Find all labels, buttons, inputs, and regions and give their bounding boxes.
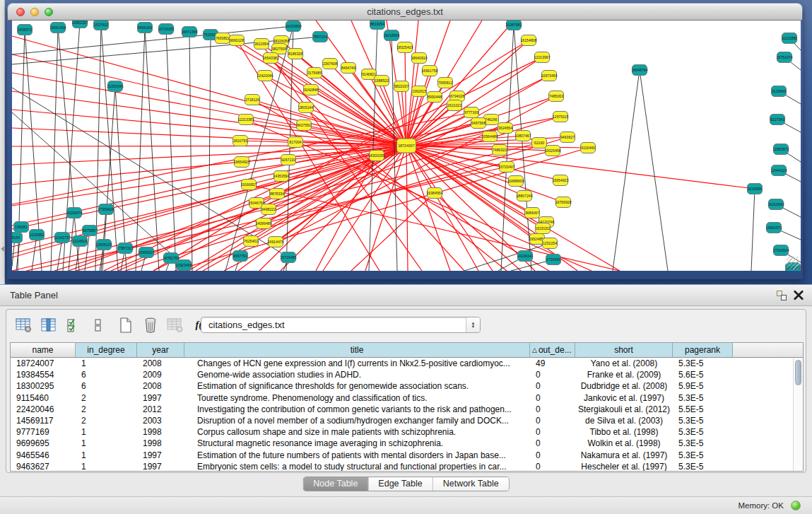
graph-node[interactable]: 7857224 [313, 32, 328, 42]
cell-title[interactable]: Estimation of the future numbers of pati… [184, 450, 530, 461]
graph-node[interactable]: 7663822 [216, 33, 230, 44]
graph-node[interactable]: 19654925 [233, 157, 249, 168]
graph-node[interactable]: 21053346 [107, 81, 123, 92]
cell-in_degree[interactable]: 2 [76, 404, 137, 415]
cell-name[interactable]: 14569117 [11, 415, 76, 426]
table-row[interactable]: 1872400712008Changes of HCN gene express… [11, 358, 793, 369]
cell-short[interactable]: Wolkin et al. (1998) [575, 438, 673, 449]
graph-node[interactable]: 14353594 [273, 171, 289, 182]
graph-node[interactable]: 7625402 [244, 236, 259, 247]
graph-node[interactable]: 15992971 [765, 223, 782, 233]
graph-node[interactable]: 1621022 [447, 100, 462, 111]
graph-node[interactable]: 5822037 [394, 81, 409, 92]
graph-node[interactable]: 16914479 [267, 237, 283, 247]
cell-year[interactable]: 1998 [137, 426, 184, 438]
cell-title[interactable]: Corpus callosum shape and size in male p… [184, 426, 530, 438]
cell-name[interactable]: 9115460 [11, 392, 76, 404]
graph-node[interactable]: 62160 [532, 138, 547, 148]
cell-name[interactable]: 9699695 [11, 438, 76, 449]
graph-node[interactable]: 12505125 [95, 240, 112, 250]
graph-node[interactable]: 16210643 [767, 199, 784, 210]
cell-in_degree[interactable]: 1 [76, 450, 137, 461]
new-table-button[interactable] [115, 315, 136, 335]
cell-pagerank[interactable]: 5.9E-5 [673, 380, 733, 392]
cell-short[interactable]: de Silva et al. (2003) [575, 415, 673, 426]
graph-node[interactable]: 11121882 [782, 33, 797, 44]
graph-node[interactable]: 20564486 [481, 132, 498, 142]
graph-node[interactable]: 19218596 [383, 30, 399, 41]
cell-pagerank[interactable]: 5.6E-5 [673, 369, 733, 380]
graph-node[interactable]: 1215682 [30, 230, 45, 240]
cell-pagerank[interactable]: 5.3E-5 [673, 426, 733, 438]
graph-node[interactable]: 12213967 [534, 52, 550, 63]
cell-short[interactable]: Yano et al. (2008) [575, 358, 673, 369]
graph-node[interactable]: 1527602 [94, 21, 109, 30]
collapse-panel-arrow-icon[interactable] [1, 246, 4, 252]
table-row[interactable]: 2242004622012Investigating the contribut… [11, 404, 793, 415]
cell-short[interactable]: Franke et al. (2009) [575, 369, 673, 380]
graph-node[interactable]: 18807249 [516, 191, 532, 201]
table-row[interactable]: 1830029562008Estimation of significance … [11, 380, 793, 392]
graph-node[interactable]: 20691406 [49, 23, 66, 33]
graph-node[interactable]: 10958107 [138, 247, 154, 258]
cell-year[interactable]: 2009 [137, 369, 184, 380]
cell-in_degree[interactable]: 1 [76, 358, 137, 369]
graph-node[interactable]: 1214519 [73, 236, 88, 247]
cell-title[interactable]: Disruption of a novel member of a sodium… [184, 415, 530, 426]
column-header-year[interactable]: year [137, 343, 184, 357]
graph-node[interactable]: 19384554 [426, 188, 442, 199]
cell-in_degree[interactable]: 1 [76, 426, 137, 438]
column-header-name[interactable]: name [11, 343, 76, 357]
cell-in_degree[interactable]: 2 [76, 415, 137, 426]
table-vertical-scrollbar[interactable] [793, 358, 803, 471]
cell-year[interactable]: 2008 [137, 358, 184, 369]
cell-name[interactable]: 9777169 [11, 426, 76, 438]
graph-node[interactable]: 9498222 [261, 204, 276, 215]
cell-pagerank[interactable]: 5.3E-5 [673, 392, 733, 404]
cell-in_degree[interactable]: 1 [76, 461, 137, 471]
graph-node[interactable]: 9242848 [304, 85, 319, 95]
tab-network-table[interactable]: Network Table [433, 477, 509, 491]
graph-node[interactable]: 9777169 [464, 107, 479, 118]
graph-node[interactable]: 817004 [288, 137, 303, 148]
cell-title[interactable]: Estimation of significance thresholds fo… [184, 380, 530, 392]
graph-node[interactable]: 9463627 [560, 132, 575, 143]
cell-out_de[interactable]: 49 [530, 358, 575, 369]
graph-node[interactable]: 12975115 [553, 112, 569, 122]
graph-node[interactable]: 10719155 [158, 24, 174, 35]
graph-node[interactable]: 1810755 [233, 136, 248, 146]
cell-name[interactable]: 22420046 [11, 404, 76, 415]
graph-node[interactable]: 3684067 [525, 208, 540, 218]
resize-grip-icon[interactable] [787, 257, 799, 269]
graph-node[interactable]: 8454749 [341, 63, 356, 74]
cell-title[interactable]: Structural magnetic resonance image aver… [184, 438, 530, 449]
cell-year[interactable]: 1997 [137, 450, 184, 461]
cell-out_de[interactable]: 0 [530, 392, 575, 404]
graph-node[interactable]: 2718126 [245, 95, 260, 105]
graph-node[interactable]: 1362615 [412, 86, 427, 97]
cell-title[interactable]: Embryonic stem cells: a model to study s… [184, 461, 530, 471]
graph-node[interactable]: 9267130 [281, 155, 296, 165]
graph-node[interactable]: 18325419 [396, 42, 413, 53]
window-titlebar[interactable]: citations_edges.txt [8, 4, 802, 21]
cell-out_de[interactable]: 0 [530, 415, 575, 426]
table-row[interactable]: 1938455462009Genome-wide association stu… [11, 369, 793, 380]
select-rows-button[interactable] [63, 315, 84, 335]
tab-node-table[interactable]: Node Table [303, 477, 368, 491]
table-row[interactable]: 911546021997Tourette syndrome. Phenomeno… [11, 392, 793, 404]
graph-node[interactable]: 16671358 [181, 27, 197, 37]
cell-name[interactable]: 18300295 [11, 380, 76, 392]
column-edit-button[interactable] [38, 315, 59, 335]
table-row[interactable]: 969969511998Structural magnetic resonanc… [11, 438, 793, 449]
graph-node[interactable]: 9227343 [770, 115, 785, 125]
graph-node[interactable]: 18300295 [368, 151, 384, 161]
graph-node[interactable]: 12444124 [770, 165, 787, 176]
graph-node[interactable]: 8186328 [288, 49, 303, 59]
cell-name[interactable]: 18724007 [11, 358, 76, 369]
graph-node[interactable]: 20206576 [66, 208, 82, 218]
table-row[interactable]: 977716911998Corpus callosum shape and si… [11, 426, 793, 438]
cell-short[interactable]: Jankovic et al. (1997) [575, 392, 673, 404]
cell-out_de[interactable]: 0 [530, 404, 575, 415]
cell-in_degree[interactable]: 6 [76, 380, 137, 392]
graph-node[interactable]: 15716485 [280, 252, 296, 263]
